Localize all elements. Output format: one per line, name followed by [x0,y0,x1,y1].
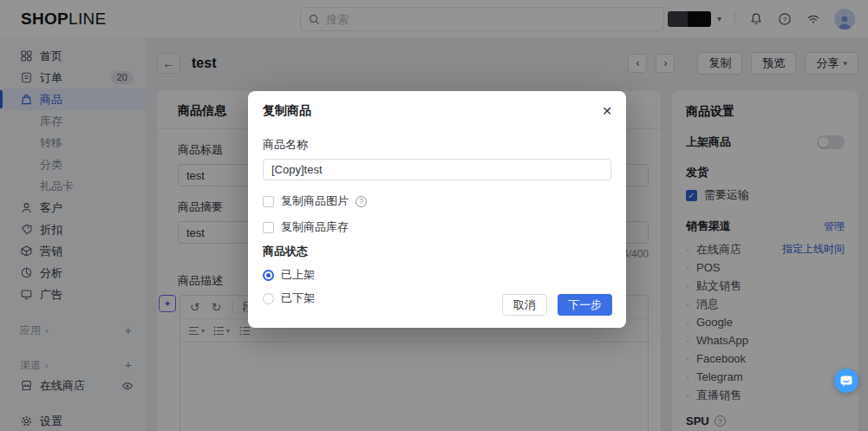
modal-title: 复制商品 [263,103,311,119]
product-name-label: 商品名称 [263,137,611,153]
modal-body: 商品名称 复制商品图片 ? 复制商品库存 商品状态 已上架 已下架 [248,137,626,306]
status-on-radio-selected[interactable] [263,270,274,281]
next-step-button[interactable]: 下一步 [558,294,612,316]
chat-support-button[interactable] [834,369,858,393]
product-name-input[interactable] [263,159,611,180]
modal-header: 复制商品 ✕ [248,91,626,119]
copy-images-row[interactable]: 复制商品图片 ? [263,193,611,209]
question-mark: ? [359,197,363,206]
status-off-label: 已下架 [281,291,315,306]
copy-inventory-checkbox[interactable] [263,222,274,233]
copy-inventory-row[interactable]: 复制商品库存 [263,219,611,235]
copy-images-help-icon[interactable]: ? [356,196,367,207]
modal-footer: 取消 下一步 [502,294,612,316]
close-icon[interactable]: ✕ [602,105,612,117]
copy-product-modal: 复制商品 ✕ 商品名称 复制商品图片 ? 复制商品库存 商品状态 已上架 已下架… [248,91,626,328]
copy-images-checkbox[interactable] [263,196,274,207]
chat-bubble-icon [840,375,852,387]
status-on-row[interactable]: 已上架 [263,267,611,283]
copy-inventory-label: 复制商品库存 [281,219,349,235]
cancel-button[interactable]: 取消 [502,294,547,316]
status-on-label: 已上架 [281,267,315,283]
status-off-radio[interactable] [263,293,274,304]
product-status-label: 商品状态 [263,244,611,259]
copy-images-label: 复制商品图片 [281,193,349,209]
